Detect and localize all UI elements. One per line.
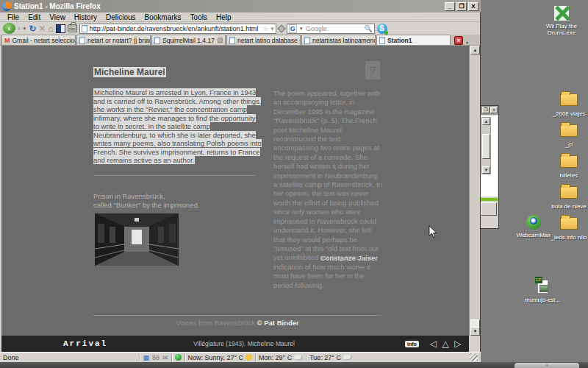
mail-icon[interactable]: ✉	[162, 354, 168, 361]
tab-netart-latino[interactable]: netart latino database --> y...	[226, 35, 301, 45]
desktop-icon-bola-de-nieve[interactable]: bola de nieve	[546, 184, 588, 210]
titlebar[interactable]: Station1 - Mozilla Firefox _ ❐ X	[0, 0, 481, 13]
scroll-down-icon[interactable]: ▼	[482, 166, 490, 174]
home-icon[interactable]: ⌂	[48, 24, 53, 34]
gif-file-icon	[534, 280, 551, 294]
folder-icon	[560, 217, 578, 232]
folder-icon	[560, 93, 578, 108]
menu-help[interactable]: Help	[212, 13, 236, 21]
tab-label: Station1	[387, 37, 412, 44]
folder-icon	[560, 186, 578, 201]
menu-history[interactable]: History	[70, 13, 101, 21]
tab-label: netart latino database --> y...	[237, 37, 301, 44]
photo-caption: Prison in Ravensbrück, called "Bunker" b…	[93, 192, 200, 210]
nav-arrows[interactable]: ◁ △ ▷	[430, 339, 462, 349]
history-dropdown-icon[interactable]: ▼	[22, 26, 26, 31]
close-button[interactable]: X	[468, 2, 478, 11]
webcammax-icon	[525, 215, 542, 230]
desktop-icon-label: Wii Play the Drums.exe	[539, 23, 584, 36]
weather-label: Now: Sunny, 27° C	[188, 354, 243, 361]
resize-grip[interactable]	[470, 353, 478, 361]
divider	[171, 354, 172, 361]
divider	[255, 354, 256, 361]
page-scroll-down-button[interactable]: ▽	[365, 61, 380, 79]
search-placeholder[interactable]: Google	[306, 25, 327, 32]
page-footer: Voices from Ravensbrück © Pat Binder	[93, 319, 381, 327]
desktop-icon-mumujo[interactable]: mumujo-est...	[520, 280, 565, 303]
mini-scrollbar[interactable]: ▲ ▼	[481, 117, 491, 174]
desktop-icon-label: bola de nieve	[546, 203, 588, 210]
tab-menu-icon[interactable]	[218, 38, 223, 43]
page-navigation-bar: Arrival Villégiature (1943). Micheline M…	[1, 336, 469, 352]
weather-mon[interactable]: Mon: 29° C	[259, 354, 303, 361]
desktop-icon-wii[interactable]: Wii Play the Drums.exe	[539, 6, 584, 36]
background-window-button[interactable]	[481, 202, 497, 216]
desktop-icon-label: billetes	[546, 172, 588, 179]
desktop-icon-billetes[interactable]: billetes	[546, 153, 588, 179]
tab-netartistas[interactable]: netartistas latinoamericanos	[301, 35, 376, 45]
footer-link[interactable]: Voices from Ravensbrück	[176, 319, 255, 327]
scroll-down-icon[interactable]: ▼	[470, 327, 480, 336]
menu-file[interactable]: File	[3, 13, 24, 21]
scrapbook-extension-icon[interactable]: TMG	[68, 24, 77, 32]
restore-button[interactable]: ❐	[482, 107, 490, 113]
folder-icon	[560, 124, 578, 139]
reload-icon[interactable]: ↻	[29, 24, 36, 34]
navigation-toolbar: ‹ › ▼ ↻ ✕ ⌂ TMG http://pat-binder.de/rav…	[0, 22, 480, 35]
sidebar-extension-icon[interactable]	[56, 24, 65, 33]
adblock-status-icon[interactable]	[175, 354, 182, 361]
tag-icon[interactable]	[277, 24, 285, 32]
prison-corridor-photo	[95, 213, 179, 266]
tab-gmail[interactable]: M Gmail - netart seleccion 2 - ...	[1, 35, 76, 45]
divider	[306, 354, 306, 361]
menu-bookmarks[interactable]: Bookmarks	[140, 13, 186, 21]
desktop-icon-label: _2008 viajes	[546, 110, 588, 117]
tab-squirrelmail[interactable]: SquirrelMail 1.4.17	[151, 35, 226, 45]
google-engine-icon[interactable]: G	[289, 24, 297, 33]
search-bar[interactable]: G ▼ Google 🔍	[287, 24, 375, 34]
counter-icon[interactable]: 88	[152, 354, 159, 361]
menu-delicious[interactable]: Delicious	[101, 13, 140, 21]
desktop-icon-leds-info-nilo[interactable]: _leds info nilo	[546, 215, 588, 241]
forward-button[interactable]: ›	[18, 24, 20, 32]
desktop-icon-cl[interactable]: _cl	[546, 122, 588, 148]
desktop: Wii Play the Drums.exe _2008 viajes _cl …	[0, 0, 588, 368]
desktop-icon-2008-viajes[interactable]: _2008 viajes	[546, 91, 588, 117]
search-icon[interactable]: 🔍	[364, 25, 372, 32]
maximize-button[interactable]: ❐	[456, 2, 467, 11]
menu-edit[interactable]: Edit	[24, 13, 45, 21]
tab-netart-or-notart[interactable]: netart or notart? || brian mac...	[76, 35, 151, 45]
vertical-scrollbar[interactable]: ▲ ▼	[469, 46, 480, 336]
cloud-icon	[294, 355, 303, 360]
cloud-icon	[343, 355, 352, 360]
url-bar[interactable]: http://pat-binder.de/ravensbrueck/en/ank…	[79, 24, 276, 34]
url-text[interactable]: http://pat-binder.de/ravensbrueck/en/ank…	[90, 25, 259, 32]
scroll-thumb[interactable]	[482, 134, 490, 159]
page-favicon	[304, 37, 310, 44]
tab-station1-active[interactable]: Station1	[376, 35, 451, 45]
weather-tue[interactable]: Tue: 27° C	[309, 354, 352, 361]
menu-tools[interactable]: Tools	[186, 13, 212, 21]
info-button[interactable]: info	[405, 341, 419, 347]
engine-dropdown-icon[interactable]: ▼	[299, 26, 304, 31]
tray-handle[interactable]: ✳	[514, 363, 579, 368]
weather-now[interactable]: Now: Sunny, 27° C	[188, 354, 252, 361]
background-window[interactable]: ❐ x ▲ ▼	[479, 105, 499, 229]
stop-icon[interactable]: ✕	[38, 24, 46, 34]
close-tab-button[interactable]: x	[454, 36, 463, 45]
page-favicon	[379, 37, 385, 44]
scroll-up-icon[interactable]: ▲	[470, 46, 480, 54]
tab-list-dropdown-icon[interactable]: ▾	[466, 40, 468, 45]
section-label: Arrival	[63, 339, 107, 348]
addon-icon[interactable]: ▦	[143, 354, 150, 361]
skype-icon[interactable]: S	[377, 24, 387, 34]
page-favicon	[79, 37, 85, 44]
scroll-up-icon[interactable]: ▲	[482, 118, 490, 125]
menu-view[interactable]: View	[45, 13, 70, 21]
minimize-button[interactable]: _	[445, 2, 455, 11]
bookmark-star-icon[interactable]: ☆ ▾	[263, 25, 274, 32]
close-icon[interactable]: x	[490, 107, 498, 113]
back-button[interactable]: ‹	[3, 23, 15, 34]
essay-author: Constanze Jaiser	[273, 254, 378, 262]
divider	[93, 315, 381, 316]
